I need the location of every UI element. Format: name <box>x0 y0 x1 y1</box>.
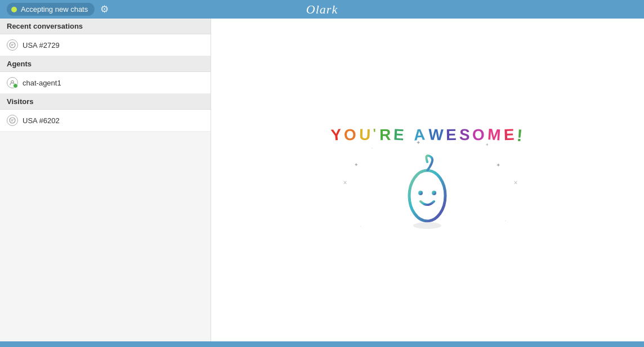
olark-mascot <box>399 154 455 232</box>
sparkle-dot: × <box>343 179 347 187</box>
sparkle-dot: ✦ <box>354 162 359 168</box>
sidebar-item-convo-2729[interactable]: USA #2729 <box>0 34 211 56</box>
svg-point-3 <box>409 170 445 221</box>
awesome-illustration: Y O U ' R E A W E S O M E ! · ✦ <box>331 126 524 235</box>
sparkle-dot: ✦ <box>496 162 500 168</box>
status-dot <box>11 7 17 12</box>
agent-icon <box>7 77 18 88</box>
sidebar: Recent conversations USA #2729 Agents <box>0 19 211 341</box>
sparkle-dot: · <box>360 223 361 229</box>
svg-point-4 <box>418 191 423 195</box>
sidebar-item-label: USA #2729 <box>23 41 60 49</box>
section-header-agents: Agents <box>0 56 211 72</box>
svg-point-0 <box>10 42 15 48</box>
sparkle-dot: · <box>399 134 401 143</box>
sparkle-dot: ✦ <box>485 142 489 147</box>
status-pill[interactable]: Accepting new chats <box>7 3 95 16</box>
content-area: Y O U ' R E A W E S O M E ! · ✦ <box>211 19 644 341</box>
sidebar-item-visitor-6202[interactable]: USA #6202 <box>0 110 211 132</box>
footer-bar <box>0 341 644 347</box>
sidebar-item-label: USA #6202 <box>23 116 60 125</box>
olark-logo: Olark <box>306 2 338 17</box>
sidebar-item-agent1[interactable]: chat-agent1 <box>0 72 211 94</box>
conversation-icon <box>7 39 18 51</box>
section-header-recent: Recent conversations <box>0 19 211 34</box>
visitor-icon <box>7 115 18 126</box>
main-area: Recent conversations USA #2729 Agents <box>0 19 644 341</box>
header: Accepting new chats ⚙ Olark <box>0 0 644 19</box>
sparkle-dot: · <box>466 137 467 143</box>
sparkle-dot: ✦ <box>416 139 421 146</box>
sidebar-item-label: chat-agent1 <box>23 79 61 87</box>
svg-point-6 <box>413 222 441 229</box>
sparkle-dot: × <box>513 179 517 187</box>
sparkle-dot: · <box>371 145 373 151</box>
sparkle-dot: · <box>505 218 507 223</box>
section-header-visitors: Visitors <box>0 94 211 110</box>
mascot-area: · ✦ · ✦ × ✦ × · ✦ · · <box>399 151 455 235</box>
svg-point-2 <box>10 118 15 123</box>
awesome-text: Y O U ' R E A W E S O M E ! <box>331 126 524 145</box>
gear-button[interactable]: ⚙ <box>100 3 109 15</box>
svg-point-5 <box>432 191 436 195</box>
status-label: Accepting new chats <box>21 5 88 13</box>
gear-icon: ⚙ <box>100 3 109 15</box>
